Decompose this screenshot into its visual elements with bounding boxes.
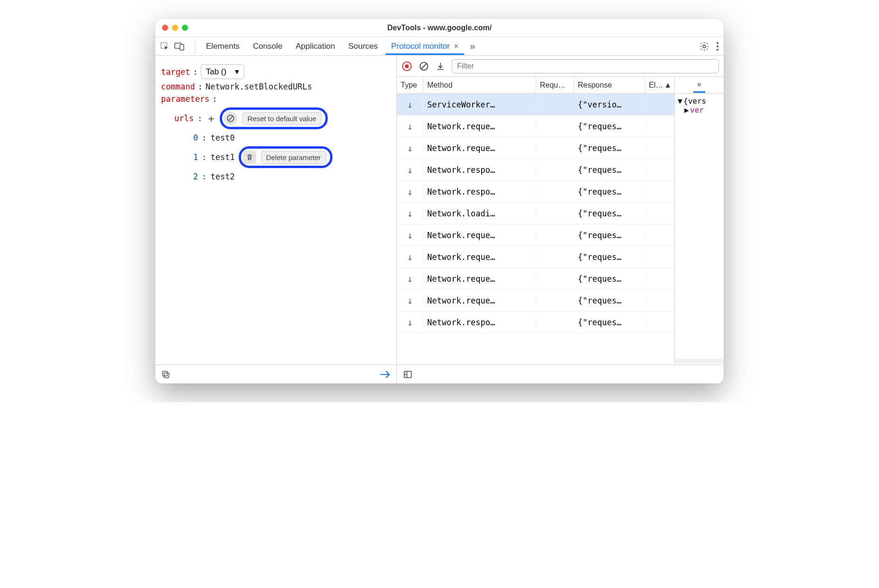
copy-icon[interactable] (161, 370, 170, 379)
response-cell: {"reques… (574, 231, 645, 240)
device-toolbar-icon[interactable] (174, 42, 185, 51)
tab-sources[interactable]: Sources (342, 38, 383, 55)
url-value-2[interactable]: test2 (211, 172, 235, 181)
svg-point-4 (717, 42, 718, 44)
add-url-icon[interactable]: + (206, 113, 216, 125)
grid-row[interactable]: ↓Network.reque…{"reques… (397, 246, 674, 268)
type-cell: ↓ (397, 99, 423, 110)
svg-line-8 (228, 116, 233, 121)
tab-elements[interactable]: Elements (200, 38, 245, 55)
grid-row[interactable]: ↓Network.reque…{"reques… (397, 290, 674, 312)
tab-protocol-monitor[interactable]: Protocol monitor × (386, 38, 464, 55)
type-cell: ↓ (397, 208, 423, 219)
divider (195, 41, 196, 52)
devtools-window: DevTools - www.google.com/ Elements Cons… (155, 19, 724, 383)
type-cell: ↓ (397, 164, 423, 176)
tab-application[interactable]: Application (290, 38, 341, 55)
col-response[interactable]: Response (574, 77, 645, 93)
type-cell: ↓ (397, 295, 423, 306)
method-cell: Network.respo… (423, 318, 536, 327)
method-cell: Network.respo… (423, 165, 536, 175)
method-cell: Network.reque… (423, 274, 536, 284)
command-editor-pane: target: Tab () ▾ command: Network.setBlo… (155, 56, 397, 383)
sort-asc-icon: ▲ (664, 81, 672, 89)
command-value: Network.setBlockedURLs (206, 82, 312, 91)
tree-prop-label: ver (690, 106, 704, 115)
type-cell: ↓ (397, 186, 423, 197)
dropdown-icon: ▾ (235, 67, 239, 77)
method-cell: Network.reque… (423, 122, 536, 131)
more-tabs-icon[interactable]: » (466, 39, 479, 53)
send-command-icon[interactable] (379, 370, 391, 379)
aside-more-icon[interactable]: » (693, 77, 705, 93)
grid-header: Type Method Requ… Response El… ▲ (397, 77, 674, 94)
col-elapsed[interactable]: El… ▲ (645, 77, 674, 93)
delete-parameter-button[interactable] (243, 151, 256, 164)
caret-right-icon: ▶ (684, 106, 690, 115)
response-cell: {"reques… (574, 143, 645, 153)
grid-row[interactable]: ↓ServiceWorker…{"versio… (397, 94, 674, 116)
tab-console[interactable]: Console (247, 38, 288, 55)
grid-row[interactable]: ↓Network.respo…{"reques… (397, 159, 674, 181)
tab-protocol-monitor-label: Protocol monitor (391, 42, 450, 51)
protocol-grid: Type Method Requ… Response El… ▲ ↓Servic… (397, 77, 674, 365)
urls-key: urls (174, 114, 194, 123)
settings-icon[interactable] (699, 41, 709, 52)
grid-row[interactable]: ↓Network.respo…{"reques… (397, 181, 674, 203)
grid-row[interactable]: ↓Network.reque…{"reques… (397, 224, 674, 246)
command-editor-footer (155, 365, 396, 383)
grid-body[interactable]: ↓ServiceWorker…{"versio…↓Network.reque…{… (397, 94, 674, 365)
grid-row[interactable]: ↓Network.reque…{"reques… (397, 268, 674, 290)
response-cell: {"reques… (574, 274, 645, 284)
svg-point-5 (717, 45, 718, 47)
url-value-0[interactable]: test0 (211, 133, 235, 143)
url-index-2: 2 (193, 172, 198, 181)
grid-row[interactable]: ↓Network.reque…{"reques… (397, 137, 674, 159)
grid-row[interactable]: ↓Network.respo…{"reques… (397, 312, 674, 333)
inspect-icon[interactable] (160, 42, 170, 51)
tree-root-label: {vers (683, 97, 706, 106)
toggle-drawer-icon[interactable] (403, 370, 413, 379)
aside-scrollbar[interactable] (675, 359, 724, 364)
details-aside: » ▼{vers ▶ver (674, 77, 724, 365)
record-icon[interactable] (402, 61, 412, 71)
close-window-button[interactable] (162, 25, 168, 31)
method-cell: Network.loadi… (423, 209, 536, 218)
window-title: DevTools - www.google.com/ (155, 24, 724, 32)
method-cell: Network.reque… (423, 252, 536, 262)
col-request[interactable]: Requ… (536, 77, 574, 93)
svg-rect-12 (162, 371, 167, 376)
command-key: command (161, 82, 195, 91)
url-index-1: 1 (193, 152, 198, 162)
type-cell: ↓ (397, 273, 423, 285)
svg-rect-11 (164, 373, 169, 377)
url-value-1[interactable]: test1 (211, 152, 235, 162)
reset-default-button[interactable] (224, 112, 237, 125)
minimize-window-button[interactable] (172, 25, 178, 31)
response-cell: {"reques… (574, 165, 645, 175)
col-method[interactable]: Method (423, 77, 536, 93)
download-icon[interactable] (436, 61, 445, 71)
tree-root[interactable]: ▼{vers (678, 97, 721, 106)
target-select[interactable]: Tab () ▾ (201, 64, 244, 79)
delete-parameter-callout: Delete parameter (239, 146, 332, 168)
zoom-window-button[interactable] (182, 25, 188, 31)
close-tab-icon[interactable]: × (454, 42, 458, 51)
response-cell: {"reques… (574, 187, 645, 196)
col-type[interactable]: Type (397, 77, 423, 93)
kebab-menu-icon[interactable] (716, 42, 719, 51)
tree-prop[interactable]: ▶ver (678, 106, 721, 115)
method-cell: Network.respo… (423, 187, 536, 196)
reset-default-label: Reset to default value (242, 112, 321, 125)
svg-line-16 (421, 63, 427, 69)
method-cell: Network.reque… (423, 143, 536, 153)
monitor-toolbar (397, 56, 724, 77)
response-cell: {"reques… (574, 296, 645, 305)
grid-row[interactable]: ↓Network.reque…{"reques… (397, 116, 674, 137)
clear-icon[interactable] (419, 61, 429, 71)
method-cell: ServiceWorker… (423, 100, 536, 109)
filter-input[interactable] (452, 59, 719, 73)
svg-point-3 (703, 45, 706, 48)
col-elapsed-label: El… (649, 81, 663, 89)
grid-row[interactable]: ↓Network.loadi…{"reques… (397, 203, 674, 224)
